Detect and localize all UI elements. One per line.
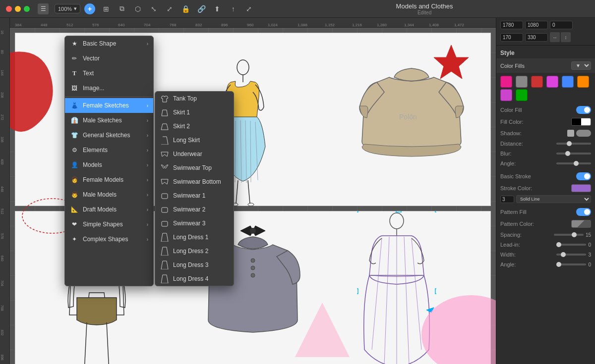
leadin-row: Lead-in: 0 <box>496 240 595 250</box>
swatch-red[interactable] <box>531 76 543 88</box>
leadin-slider[interactable] <box>556 244 586 246</box>
distance-slider[interactable] <box>556 143 591 145</box>
x-input[interactable] <box>550 21 573 29</box>
menu-item-basic-shape[interactable]: ★ Basic Shape › <box>65 36 153 51</box>
submenu-long-dress4[interactable]: Long Dress 4 <box>155 272 234 286</box>
canvas-area[interactable]: 384 448 512 576 640 704 768 832 896 960 … <box>0 18 496 364</box>
maximize-button[interactable] <box>24 6 30 12</box>
shadow-color[interactable] <box>576 130 591 137</box>
icon-layers[interactable]: ⧉ <box>115 2 129 16</box>
submenu-swimwear-top[interactable]: Swimwear Top <box>155 161 234 175</box>
fill-color-preview[interactable] <box>571 118 591 126</box>
icon-expand[interactable]: ⤢ <box>242 2 256 16</box>
menu-item-female-models[interactable]: 👩 Female Models › <box>65 172 153 187</box>
menu-item-image[interactable]: 🖼 Image... <box>65 81 153 96</box>
icon-link[interactable]: 🔗 <box>194 2 208 16</box>
pattern-color-preview[interactable] <box>571 220 591 228</box>
swatch-blue[interactable] <box>562 76 574 88</box>
icon-export[interactable]: ⬆ <box>210 2 224 16</box>
pattern-fill-toggle[interactable] <box>576 208 591 216</box>
spacing-slider[interactable] <box>554 234 584 236</box>
submenu-skirt1[interactable]: Skirt 1 <box>155 105 234 119</box>
close-button[interactable] <box>6 6 12 12</box>
swatch-green[interactable] <box>516 89 528 101</box>
submenu-item-label: Swimwear 1 <box>173 192 205 199</box>
icon-lock[interactable]: 🔒 <box>178 2 192 16</box>
blur-slider[interactable] <box>556 153 591 155</box>
menu-item-label: Male Sketches <box>83 117 143 124</box>
submenu-long-dress2[interactable]: Long Dress 2 <box>155 244 234 258</box>
menu-item-male-sketches[interactable]: 👔 Male Sketches › <box>65 113 153 128</box>
pf-angle-slider[interactable] <box>556 263 586 265</box>
swatch-gray[interactable] <box>516 76 528 88</box>
y2-field[interactable] <box>500 32 523 42</box>
swatch-orange[interactable] <box>577 76 589 88</box>
swatch-magenta[interactable] <box>500 89 512 101</box>
submenu-swimwear3[interactable]: Swimwear 3 <box>155 216 234 230</box>
basic-stroke-row: Basic Stroke <box>496 170 595 182</box>
traffic-lights <box>6 6 30 12</box>
swatch-pink[interactable] <box>500 76 512 88</box>
skirt2-icon <box>160 122 169 131</box>
menu-item-models[interactable]: 👤 Models › <box>65 157 153 172</box>
icon-share[interactable]: ↑ <box>226 2 240 16</box>
menu-item-simple-shapes[interactable]: ❤ Simple Shapes › <box>65 217 153 232</box>
height-field[interactable] <box>525 21 548 29</box>
icon-component[interactable]: ⬡ <box>131 2 145 16</box>
flip-h-button[interactable]: ↔ <box>550 32 560 42</box>
menu-item-general-sketches[interactable]: 👕 General Sketches › <box>65 128 153 143</box>
stroke-width-input[interactable] <box>500 196 514 203</box>
arrow-icon: › <box>147 222 148 227</box>
width-row: Width: 3 <box>496 250 595 260</box>
swatch-purple[interactable] <box>546 76 558 88</box>
x-field[interactable] <box>550 21 573 29</box>
zoom-control[interactable]: 100% ▾ <box>55 4 80 13</box>
stroke-style-select[interactable]: Solid Line Dashed Dotted <box>516 195 591 203</box>
spacing-row: Spacing: 15 <box>496 230 595 240</box>
minimize-button[interactable] <box>15 6 21 12</box>
menu-item-draft-models[interactable]: 📐 Draft Models › <box>65 202 153 217</box>
arrow-icon: › <box>147 148 148 153</box>
ruler-horizontal: 384 448 512 576 640 704 768 832 896 960 … <box>0 18 496 28</box>
y2-input[interactable] <box>500 33 523 42</box>
arrow-icon: › <box>147 237 148 242</box>
menu-item-female-sketches[interactable]: 👗 Female Sketches › <box>65 98 153 113</box>
angle-slider[interactable] <box>556 162 591 164</box>
submenu-swimwear1[interactable]: Swimwear 1 <box>155 189 234 203</box>
color-fills-dropdown[interactable]: ▼ <box>571 61 591 70</box>
triangle-decor <box>293 300 352 360</box>
menu-item-complex-shapes[interactable]: ✦ Complex Shapes › <box>65 232 153 247</box>
add-button[interactable]: + <box>84 3 95 14</box>
flip-v-button[interactable]: ↕ <box>561 32 571 42</box>
svg-point-22 <box>250 228 256 234</box>
height-input[interactable] <box>525 21 548 29</box>
submenu-tank-top[interactable]: Tank Top <box>155 92 234 105</box>
swimwear-bottom-icon <box>160 177 169 186</box>
shadow-check[interactable] <box>567 130 574 137</box>
sidebar-toggle[interactable]: ☰ <box>38 3 49 14</box>
submenu-underwear[interactable]: Underwear <box>155 147 234 161</box>
window-title-area: Models and Clothes Edited <box>260 2 589 15</box>
icon-transform[interactable]: ⤡ <box>147 2 161 16</box>
arrow-icon: › <box>147 103 148 108</box>
pf-width-slider[interactable] <box>556 254 586 256</box>
menu-item-text[interactable]: T Text <box>65 66 153 81</box>
color-fill-toggle[interactable] <box>576 106 591 114</box>
submenu-long-dress1[interactable]: Long Dress 1 <box>155 230 234 244</box>
submenu-skirt2[interactable]: Skirt 2 <box>155 119 234 133</box>
width-input[interactable] <box>500 21 523 29</box>
submenu-swimwear2[interactable]: Swimwear 2 <box>155 203 234 216</box>
w2-field[interactable] <box>525 32 548 42</box>
menu-item-elements[interactable]: ⚙ Elements › <box>65 143 153 157</box>
stroke-color-preview[interactable] <box>571 184 591 192</box>
submenu-long-skirt[interactable]: Long Skirt <box>155 133 234 147</box>
menu-item-male-models[interactable]: 👨 Male Models › <box>65 187 153 202</box>
menu-item-vector[interactable]: ✏ Vector <box>65 51 153 66</box>
submenu-long-dress3[interactable]: Long Dress 3 <box>155 258 234 272</box>
w2-input[interactable] <box>525 33 548 42</box>
submenu-swimwear-bottom[interactable]: Swimwear Bottom <box>155 175 234 189</box>
basic-stroke-toggle[interactable] <box>576 172 591 180</box>
width-field[interactable] <box>500 21 523 29</box>
icon-transform2[interactable]: ⤢ <box>163 2 177 16</box>
icon-sidebar[interactable]: ⊞ <box>99 2 113 16</box>
